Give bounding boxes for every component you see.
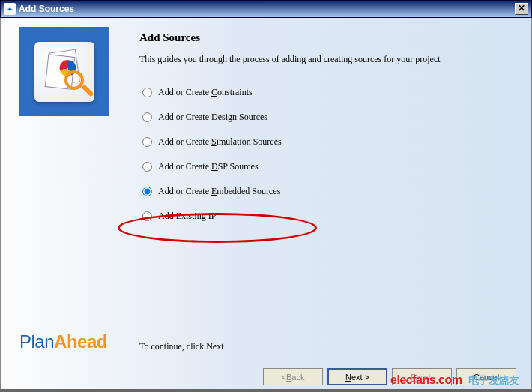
label-embedded: Add or Create Embedded Sources: [158, 186, 280, 197]
page-subtitle: This guides you through the process of a…: [139, 53, 499, 66]
bottom-edge: [0, 389, 532, 392]
next-button[interactable]: Next >: [327, 368, 387, 385]
wizard-graphic: [19, 27, 109, 116]
button-row: < Back Next > Finish Cancel: [263, 368, 516, 385]
source-type-radio-group: Add or Create Constraints Add or Create …: [139, 87, 509, 222]
label-dsp: Add or Create DSP Sources: [158, 161, 259, 172]
option-design-sources[interactable]: Add or Create Design Sources: [142, 112, 509, 123]
wizard-icon: [34, 42, 94, 102]
radio-design-sources[interactable]: [142, 112, 152, 122]
magnifier-icon: [64, 70, 84, 90]
option-constraints[interactable]: Add or Create Constraints: [142, 87, 509, 98]
radio-simulation[interactable]: [142, 137, 152, 147]
radio-constraints[interactable]: [142, 88, 152, 97]
option-dsp[interactable]: Add or Create DSP Sources: [142, 161, 509, 172]
left-panel: [19, 27, 109, 116]
content-area: Add Sources This guides you through the …: [139, 31, 509, 222]
option-embedded[interactable]: Add or Create Embedded Sources: [142, 186, 509, 197]
label-simulation: Add or Create Simulation Sources: [158, 136, 282, 148]
label-design-sources: Add or Create Design Sources: [158, 112, 267, 123]
dialog-body: PlanAhead Add Sources This guides you th…: [0, 18, 532, 392]
cancel-button[interactable]: Cancel: [456, 368, 516, 385]
close-button[interactable]: ✕: [515, 3, 528, 15]
continue-hint: To continue, click Next: [139, 341, 223, 352]
back-button[interactable]: < Back: [263, 368, 323, 385]
radio-dsp[interactable]: [142, 162, 152, 172]
option-simulation[interactable]: Add or Create Simulation Sources: [142, 136, 509, 148]
finish-button[interactable]: Finish: [392, 368, 452, 385]
titlebar: ✦ Add Sources ✕: [0, 0, 532, 18]
app-icon: ✦: [4, 3, 16, 15]
label-existing-ip: Add Existing IP: [158, 211, 216, 222]
footer-separator: [1, 361, 531, 361]
radio-existing-ip[interactable]: [142, 211, 152, 221]
brand-logo: PlanAhead: [19, 331, 107, 352]
option-existing-ip[interactable]: Add Existing IP: [142, 211, 509, 222]
window-title: Add Sources: [19, 4, 515, 14]
radio-embedded[interactable]: [142, 187, 152, 196]
label-constraints: Add or Create Constraints: [158, 87, 253, 98]
page-title: Add Sources: [139, 31, 509, 44]
